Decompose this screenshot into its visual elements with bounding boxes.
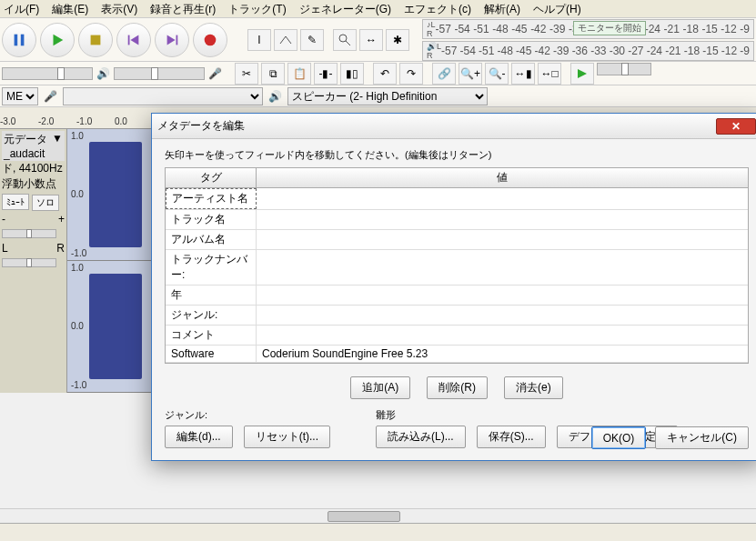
col-value: 値	[257, 168, 748, 187]
track-menu-icon[interactable]: ▼	[52, 132, 63, 160]
table-row[interactable]: コメント	[166, 326, 748, 346]
menu-edit[interactable]: 編集(E)	[52, 2, 88, 15]
cut-button[interactable]: ✂	[235, 63, 258, 85]
redo-button[interactable]: ↷	[399, 63, 423, 85]
template-label: 雛形	[376, 408, 678, 422]
envelope-tool-icon[interactable]	[274, 29, 297, 51]
svg-rect-1	[21, 34, 25, 45]
metadata-table[interactable]: タグ 値 アーティスト名 トラック名 アルバム名 トラックナンバー: 年 ジャン…	[165, 167, 749, 364]
undo-button[interactable]: ↶	[373, 63, 397, 85]
table-row[interactable]: アーティスト名	[166, 188, 748, 210]
table-row[interactable]: 年	[166, 286, 748, 306]
speaker-icon-2: 🔊	[268, 90, 282, 103]
svg-rect-0	[15, 34, 18, 45]
table-row[interactable]: ジャンル:	[166, 306, 748, 326]
svg-marker-2	[54, 34, 64, 45]
zoom-in-button[interactable]: 🔍+	[459, 63, 482, 85]
selection-tool-icon[interactable]: I	[247, 29, 271, 51]
track-control-panel[interactable]: 元データ_audacit▼ ド, 44100Hz 浮動小数点 ﾐｭｰﾄ ソロ -…	[0, 129, 67, 393]
trim-button[interactable]: ‑▮‑	[314, 63, 338, 85]
edit-toolbar: 🔊 🎤 ✂ ⧉ 📋 ‑▮‑ ▮▯ ↶ ↷ 🔗 🔍+ 🔍- ↔▮ ↔□	[0, 62, 756, 85]
record-volume-slider[interactable]	[114, 67, 205, 80]
paste-button[interactable]: 📋	[287, 63, 311, 85]
play-speed-slider[interactable]	[597, 63, 651, 75]
edit-genre-button[interactable]: 編集(d)...	[165, 426, 233, 448]
fit-selection-button[interactable]: ↔▮	[511, 63, 535, 85]
metadata-editor-dialog: メタデータを編集 ✕ 矢印キーを使ってフィールド内を移動してください。(編集後は…	[151, 113, 756, 461]
svg-point-9	[339, 35, 347, 42]
table-row[interactable]: トラックナンバー:	[166, 250, 748, 286]
load-template-button[interactable]: 読み込み(L)...	[376, 426, 466, 448]
draw-tool-icon[interactable]: ✎	[300, 29, 324, 51]
svg-rect-3	[91, 35, 101, 45]
sync-lock-button[interactable]: 🔗	[432, 63, 456, 85]
device-toolbar: ME 🎤 🔊 スピーカー (2- High Definition	[0, 85, 756, 107]
zoom-out-button[interactable]: 🔍-	[485, 63, 509, 85]
table-row[interactable]: アルバム名	[166, 230, 748, 250]
silence-button[interactable]: ▮▯	[340, 63, 364, 85]
menu-generate[interactable]: ジェネレーター(G)	[299, 2, 391, 15]
copy-button[interactable]: ⧉	[261, 63, 285, 85]
svg-point-8	[205, 34, 217, 45]
play-meter[interactable]: 🔊LR -57-54-51-48-45-42-39-36-33-30-27-24…	[422, 41, 754, 61]
mic-icon-2: 🎤	[44, 90, 57, 103]
menu-help[interactable]: ヘルプ(H)	[533, 2, 581, 15]
save-template-button[interactable]: 保存(S)...	[477, 426, 546, 448]
svg-rect-7	[176, 35, 178, 45]
clear-button[interactable]: 消去(e)	[504, 376, 563, 399]
close-icon[interactable]: ✕	[716, 118, 756, 135]
menubar: イル(F) 編集(E) 表示(V) 録音と再生(r) トラック(T) ジェネレー…	[0, 0, 756, 18]
host-select[interactable]: ME	[2, 87, 38, 105]
transport-toolbar: I ✎ ↔ ✱ ♪LR -57-54-51-48-45-42-39-36-33-…	[0, 18, 756, 62]
svg-marker-11	[578, 69, 587, 78]
menu-analyze[interactable]: 解析(A)	[484, 2, 520, 15]
dialog-title: メタデータを編集	[157, 118, 245, 134]
play-button[interactable]	[40, 23, 75, 57]
table-row[interactable]: トラック名	[166, 210, 748, 230]
stop-button[interactable]	[78, 23, 113, 57]
monitor-start-button[interactable]: モニターを開始	[573, 21, 646, 35]
add-button[interactable]: 追加(A)	[350, 376, 410, 399]
mic-icon: 🎤	[208, 67, 222, 80]
solo-button[interactable]: ソロ	[32, 195, 59, 211]
mute-button[interactable]: ﾐｭｰﾄ	[2, 194, 29, 210]
fit-project-button[interactable]: ↔□	[538, 63, 561, 85]
menu-file[interactable]: イル(F)	[4, 2, 39, 15]
menu-effect[interactable]: エフェクト(c)	[404, 2, 471, 15]
cancel-button[interactable]: キャンセル(C)	[655, 426, 749, 449]
skip-start-button[interactable]	[116, 23, 151, 57]
skip-end-button[interactable]	[155, 23, 189, 57]
genre-label: ジャンル:	[165, 408, 330, 422]
record-button[interactable]	[193, 23, 227, 57]
remove-button[interactable]: 削除(R)	[427, 376, 488, 399]
svg-line-10	[346, 41, 350, 45]
play-device-select[interactable]: スピーカー (2- High Definition	[287, 87, 488, 105]
col-tag: タグ	[166, 168, 257, 187]
dialog-titlebar[interactable]: メタデータを編集 ✕	[152, 114, 756, 139]
svg-marker-6	[167, 35, 176, 45]
horizontal-scrollbar[interactable]	[0, 508, 756, 523]
multi-tool-icon[interactable]: ✱	[386, 29, 409, 51]
svg-rect-4	[128, 35, 130, 45]
play-at-speed-button[interactable]	[570, 63, 594, 85]
status-bar	[0, 523, 756, 541]
playback-volume-slider[interactable]	[2, 67, 93, 80]
pause-button[interactable]	[2, 23, 36, 57]
table-row[interactable]: SoftwareCoderium SoundEngine Free 5.23	[166, 346, 748, 363]
menu-tracks[interactable]: トラック(T)	[228, 2, 286, 15]
zoom-tool-icon[interactable]	[333, 29, 357, 51]
dialog-hint: 矢印キーを使ってフィールド内を移動してください。(編集後はリターン)	[165, 148, 749, 162]
svg-marker-5	[130, 35, 138, 45]
record-meter[interactable]: ♪LR -57-54-51-48-45-42-39-36-33-30-27-24…	[422, 19, 754, 39]
speaker-icon: 🔊	[96, 67, 110, 80]
ok-button[interactable]: OK(O)	[591, 426, 647, 449]
gain-slider[interactable]	[2, 229, 56, 238]
menu-transport[interactable]: 録音と再生(r)	[150, 2, 216, 15]
record-device-select[interactable]	[63, 87, 263, 105]
pan-slider[interactable]	[2, 258, 56, 267]
reset-genre-button[interactable]: リセット(t)...	[244, 426, 330, 448]
timeshift-tool-icon[interactable]: ↔	[359, 29, 383, 51]
menu-view[interactable]: 表示(V)	[101, 2, 137, 15]
